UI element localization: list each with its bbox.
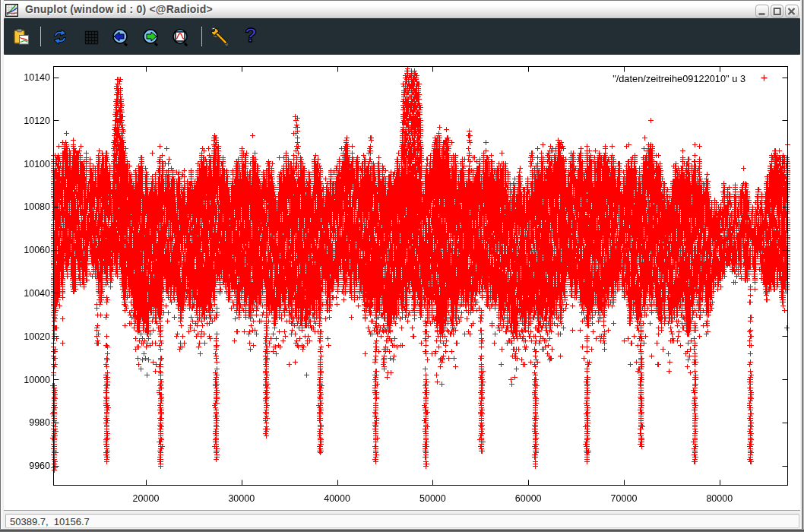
svg-text:?: ? (245, 25, 257, 46)
